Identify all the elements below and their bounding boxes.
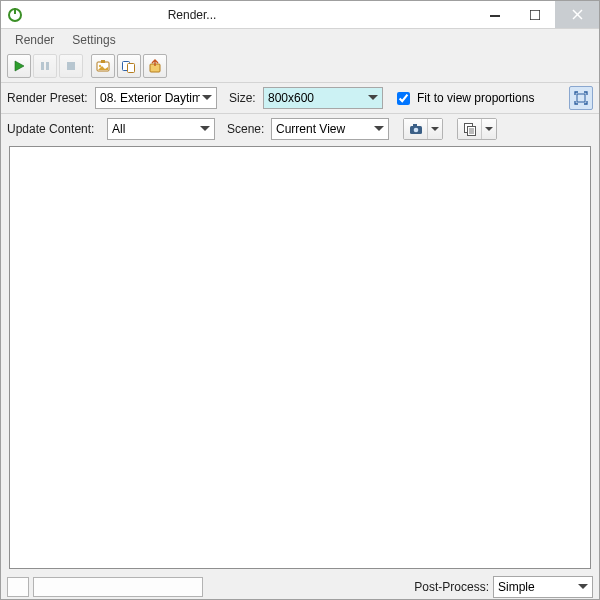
- fit-proportions-input[interactable]: [397, 92, 410, 105]
- size-select[interactable]: 800x600: [263, 87, 383, 109]
- status-bar: Post-Process: Simple: [1, 575, 599, 599]
- row-preset: Render Preset: 08. Exterior Daytim Size:…: [1, 83, 599, 113]
- preset-label: Render Preset:: [7, 91, 91, 105]
- render-viewport[interactable]: [9, 146, 591, 569]
- svg-rect-2: [490, 15, 500, 17]
- post-process-select[interactable]: Simple: [493, 576, 593, 598]
- export-button[interactable]: [143, 54, 167, 78]
- svg-rect-11: [101, 60, 105, 63]
- svg-rect-14: [128, 64, 135, 73]
- svg-rect-18: [413, 124, 417, 127]
- maximize-button[interactable]: [515, 1, 555, 28]
- chevron-down-icon: [428, 119, 442, 139]
- chevron-down-icon: [482, 119, 496, 139]
- stop-button[interactable]: [59, 54, 83, 78]
- menu-settings[interactable]: Settings: [64, 31, 123, 49]
- post-process-label: Post-Process:: [414, 580, 489, 594]
- scene-select[interactable]: Current View: [271, 118, 389, 140]
- render-window: Render... Render Settings: [0, 0, 600, 600]
- svg-rect-3: [530, 10, 540, 20]
- play-button[interactable]: [7, 54, 31, 78]
- svg-rect-8: [46, 62, 49, 70]
- minimize-button[interactable]: [475, 1, 515, 28]
- copy-settings-button[interactable]: [457, 118, 497, 140]
- size-label: Size:: [229, 91, 259, 105]
- svg-rect-7: [41, 62, 44, 70]
- save-image-button[interactable]: [91, 54, 115, 78]
- fit-region-button[interactable]: [569, 86, 593, 110]
- titlebar[interactable]: Render...: [1, 1, 599, 29]
- update-content-select[interactable]: All: [107, 118, 215, 140]
- menu-render[interactable]: Render: [7, 31, 62, 49]
- svg-rect-16: [577, 94, 585, 102]
- preset-select[interactable]: 08. Exterior Daytim: [95, 87, 217, 109]
- copy-icon: [458, 119, 482, 139]
- pause-button[interactable]: [33, 54, 57, 78]
- close-button[interactable]: [555, 1, 599, 28]
- status-cell-small: [7, 577, 29, 597]
- status-progress-cell: [33, 577, 203, 597]
- row-scene: Update Content: All Scene: Current View: [1, 114, 599, 144]
- save-masks-button[interactable]: [117, 54, 141, 78]
- svg-point-12: [99, 65, 101, 67]
- scene-label: Scene:: [227, 122, 267, 136]
- window-title: Render...: [0, 8, 475, 22]
- camera-icon: [404, 119, 428, 139]
- camera-snapshot-button[interactable]: [403, 118, 443, 140]
- svg-point-19: [413, 128, 418, 133]
- fit-proportions-label: Fit to view proportions: [417, 91, 534, 105]
- window-controls: [475, 1, 599, 28]
- menubar: Render Settings: [1, 29, 599, 51]
- update-content-label: Update Content:: [7, 122, 103, 136]
- svg-rect-9: [67, 62, 75, 70]
- fit-proportions-checkbox[interactable]: Fit to view proportions: [393, 89, 534, 108]
- svg-marker-6: [15, 61, 24, 71]
- toolbar: [1, 51, 599, 82]
